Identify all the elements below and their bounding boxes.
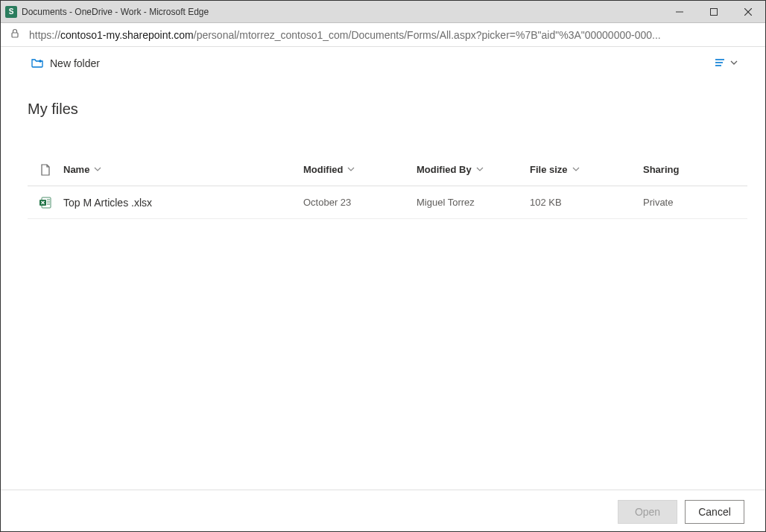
name-column-header[interactable]: Name	[63, 164, 303, 175]
new-folder-label: New folder	[50, 57, 100, 69]
open-button: Open	[618, 500, 677, 524]
minimize-button[interactable]	[662, 1, 697, 23]
view-options-button[interactable]	[713, 56, 727, 72]
file-name[interactable]: Top M Articles .xlsx	[63, 197, 303, 209]
modified-column-header[interactable]: Modified	[303, 164, 417, 175]
chevron-down-icon	[94, 165, 101, 174]
file-size: 102 KB	[530, 197, 643, 208]
chevron-down-icon	[476, 165, 484, 174]
excel-file-icon	[28, 196, 63, 209]
sharing-column-header[interactable]: Sharing	[643, 164, 747, 175]
window-title: Documents - OneDrive - Work - Microsoft …	[22, 7, 662, 17]
file-modified-by: Miguel Torrez	[417, 197, 530, 208]
chevron-down-icon	[347, 165, 355, 174]
lock-icon	[10, 28, 22, 41]
cancel-button[interactable]: Cancel	[685, 500, 744, 524]
svg-rect-4	[12, 33, 18, 37]
address-bar[interactable]: https://contoso1-my.sharepoint.com/perso…	[1, 23, 765, 47]
window-titlebar: S Documents - OneDrive - Work - Microsof…	[1, 1, 765, 23]
close-button[interactable]	[731, 1, 765, 23]
file-size-column-header[interactable]: File size	[530, 164, 643, 175]
modified-by-column-header[interactable]: Modified By	[417, 164, 530, 175]
file-modified: October 23	[303, 197, 417, 208]
command-bar: New folder	[1, 47, 765, 80]
file-type-column-header[interactable]	[28, 164, 63, 176]
maximize-button[interactable]	[697, 1, 731, 23]
chevron-down-icon[interactable]	[729, 58, 738, 69]
url-text: https://contoso1-my.sharepoint.com/perso…	[29, 29, 661, 41]
chevron-down-icon	[572, 165, 580, 174]
file-list-region: My files Name Modified Modified By File …	[1, 80, 765, 490]
table-row[interactable]: Top M Articles .xlsx October 23 Miguel T…	[28, 186, 747, 219]
file-sharing: Private	[643, 197, 747, 208]
dialog-footer: Open Cancel	[1, 490, 765, 532]
sharepoint-app-icon: S	[5, 6, 17, 18]
table-header-row: Name Modified Modified By File size Shar…	[28, 153, 747, 186]
new-folder-button[interactable]: New folder	[31, 56, 100, 72]
page-title: My files	[28, 101, 747, 118]
new-folder-icon	[31, 56, 44, 72]
svg-rect-1	[711, 8, 718, 15]
window-controls	[662, 1, 765, 23]
